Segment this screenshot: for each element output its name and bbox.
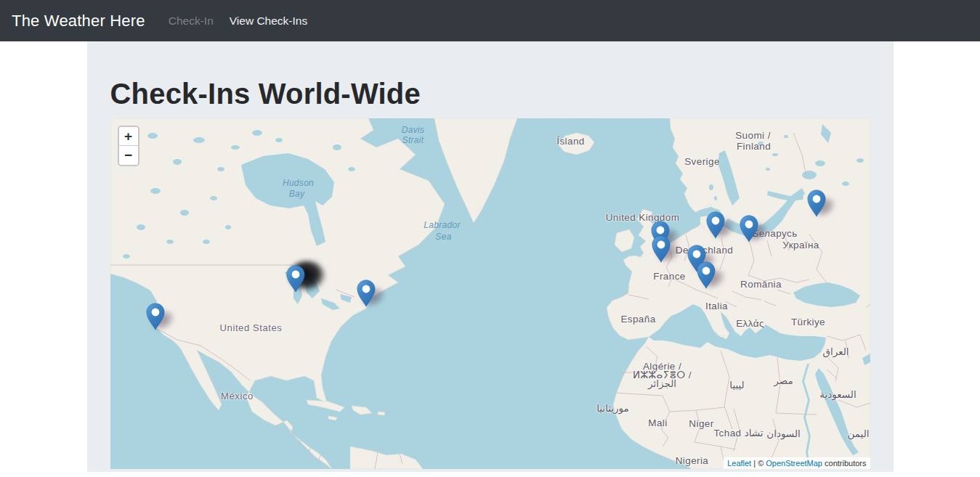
check-in-marker[interactable] xyxy=(807,189,826,217)
map-pin-icon xyxy=(357,280,376,307)
map-pin-icon xyxy=(706,211,725,239)
map-attribution: Leaflet | © OpenStreetMap contributors xyxy=(724,457,870,469)
content-container: Check-Ins World-Wide xyxy=(87,41,894,472)
map-pin-icon xyxy=(146,303,165,330)
leaflet-link[interactable]: Leaflet xyxy=(727,459,751,468)
check-in-marker[interactable] xyxy=(286,265,305,293)
check-in-marker[interactable] xyxy=(146,303,165,330)
map-pin-icon xyxy=(286,265,305,293)
check-in-marker[interactable] xyxy=(357,280,376,307)
check-in-marker[interactable] xyxy=(697,261,716,289)
zoom-in-button[interactable]: + xyxy=(119,127,138,146)
map-markers-layer xyxy=(110,118,870,469)
check-in-marker[interactable] xyxy=(706,211,725,239)
attribution-suffix: contributors xyxy=(822,459,867,468)
page-title: Check-Ins World-Wide xyxy=(110,41,870,110)
attribution-separator: | © xyxy=(751,459,766,468)
brand-link[interactable]: The Weather Here xyxy=(12,12,145,30)
check-in-marker[interactable] xyxy=(740,215,758,242)
nav-link-view-check-ins[interactable]: View Check-Ins xyxy=(224,9,313,33)
map-canvas[interactable]: DavisStraitHudsonBayLabradorSeaÍslandSuo… xyxy=(110,118,870,469)
openstreetmap-link[interactable]: OpenStreetMap xyxy=(766,459,822,468)
map-pin-icon xyxy=(652,235,671,263)
zoom-control: + − xyxy=(118,126,139,166)
check-in-marker[interactable] xyxy=(652,235,671,263)
map-pin-icon xyxy=(697,261,716,289)
map-pin-icon xyxy=(807,189,826,217)
navbar: The Weather Here Check-In View Check-Ins xyxy=(0,0,980,41)
zoom-out-button[interactable]: − xyxy=(119,146,138,165)
map-pin-icon xyxy=(740,215,758,242)
nav-link-check-in[interactable]: Check-In xyxy=(163,9,219,33)
